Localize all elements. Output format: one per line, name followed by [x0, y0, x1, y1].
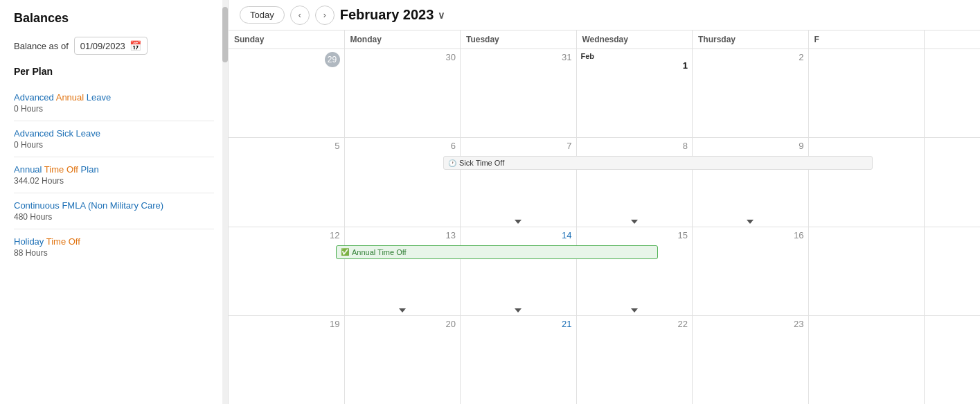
cell-number: 2 — [697, 52, 804, 62]
calendar-row-2: 1213141516✅Annual Time Off — [229, 227, 980, 316]
day-header-monday: Monday — [345, 30, 461, 49]
cal-cell-2-2[interactable]: 14 — [461, 227, 577, 315]
plan-item-cfmla[interactable]: Continuous FMLA (Non Military Care)480 H… — [14, 193, 214, 229]
cal-cell-1-3[interactable]: 8 — [577, 138, 693, 226]
sidebar-title: Balances — [14, 11, 214, 26]
cell-number: 12 — [233, 230, 340, 240]
cell-number: 15 — [581, 230, 688, 240]
feb-label: Feb — [581, 52, 688, 60]
calendar-header: Today ‹ › February 2023 ∨ — [229, 0, 980, 30]
plan-hours: 344.02 Hours — [14, 176, 214, 186]
cal-cell-3-5[interactable] — [809, 316, 925, 404]
cal-cell-0-4[interactable]: 2 — [693, 49, 809, 137]
day-header-extra — [925, 30, 980, 49]
cell-number: 23 — [697, 319, 804, 329]
cal-cell-0-0[interactable]: 29 — [229, 49, 345, 137]
cal-cell-3-3[interactable]: 22 — [577, 316, 693, 404]
cell-number: 1 — [581, 60, 688, 71]
cell-number: 14 — [465, 230, 572, 240]
day-header-thursday: Thursday — [693, 30, 809, 49]
cell-number: 21 — [465, 319, 572, 329]
cal-cell-1-4[interactable]: 9 — [693, 138, 809, 226]
cal-cell-2-5[interactable] — [809, 227, 925, 315]
today-number: 29 — [325, 52, 340, 67]
calendar-area: Today ‹ › February 2023 ∨ Sunday Monday … — [229, 0, 980, 404]
cal-cell-3-1[interactable]: 20 — [345, 316, 461, 404]
cal-cell-1-5[interactable] — [809, 138, 925, 226]
dropdown-arrow[interactable] — [631, 220, 638, 224]
scrollbar-thumb[interactable] — [222, 7, 228, 62]
day-header-sunday: Sunday — [229, 30, 345, 49]
day-header-tuesday: Tuesday — [461, 30, 577, 49]
cell-number: 19 — [233, 319, 340, 329]
cell-number: 16 — [697, 230, 804, 240]
plan-item-holiday[interactable]: Holiday Time Off88 Hours — [14, 229, 214, 265]
plan-hours: 0 Hours — [14, 104, 214, 114]
cal-cell-0-2[interactable]: 31 — [461, 49, 577, 137]
cal-cell-2-0[interactable]: 12 — [229, 227, 345, 315]
plan-name: Annual Time Off Plan — [14, 164, 214, 175]
cal-cell-0-3[interactable]: Feb1 — [577, 49, 693, 137]
today-button[interactable]: Today — [240, 6, 285, 24]
cal-cell-3-4[interactable]: 23 — [693, 316, 809, 404]
scrollbar-track[interactable] — [222, 0, 228, 404]
cell-number: 22 — [581, 319, 688, 329]
cal-cell-3-0[interactable]: 19 — [229, 316, 345, 404]
month-dropdown-chevron: ∨ — [438, 10, 445, 21]
cal-cell-0-5[interactable] — [809, 49, 925, 137]
plan-name: Advanced Sick Leave — [14, 128, 214, 139]
plan-name: Holiday Time Off — [14, 236, 214, 247]
cell-number: 30 — [349, 52, 456, 62]
cal-cell-1-0[interactable]: 5 — [229, 138, 345, 226]
plan-name: Advanced Annual Leave — [14, 92, 214, 103]
dropdown-arrow[interactable] — [515, 308, 522, 313]
cell-number: 20 — [349, 319, 456, 329]
plan-hours: 0 Hours — [14, 140, 214, 150]
cell-number: 9 — [697, 141, 804, 151]
per-plan-title: Per Plan — [14, 66, 214, 77]
plan-hours: 88 Hours — [14, 248, 214, 258]
cell-number: 8 — [581, 141, 688, 151]
calendar-rows: 293031Feb1256789🕐Sick Time Off1213141516… — [229, 49, 980, 404]
day-header-wednesday: Wednesday — [577, 30, 693, 49]
plan-name: Continuous FMLA (Non Military Care) — [14, 200, 214, 211]
cal-cell-2-1[interactable]: 13 — [345, 227, 461, 315]
cal-cell-empty-0-6 — [925, 49, 980, 137]
cal-cell-empty-2-6 — [925, 227, 980, 315]
cal-cell-0-1[interactable]: 30 — [345, 49, 461, 137]
plan-item-annual-top[interactable]: Annual Time Off Plan344.02 Hours — [14, 157, 214, 193]
plan-item-adv-annual[interactable]: Advanced Annual Leave0 Hours — [14, 85, 214, 121]
cal-cell-empty-3-6 — [925, 316, 980, 404]
cal-cell-1-1[interactable]: 6 — [345, 138, 461, 226]
day-header-friday: F — [809, 30, 925, 49]
plan-hours: 480 Hours — [14, 212, 214, 222]
calendar-icon[interactable]: 📅 — [130, 40, 141, 51]
dropdown-arrow[interactable] — [631, 308, 638, 313]
cal-cell-2-4[interactable]: 16 — [693, 227, 809, 315]
dropdown-arrow[interactable] — [747, 220, 754, 224]
cell-number: 31 — [465, 52, 572, 62]
cal-cell-3-2[interactable]: 21 — [461, 316, 577, 404]
dropdown-arrow[interactable] — [515, 220, 522, 224]
cell-number: 13 — [349, 230, 456, 240]
calendar-grid: Sunday Monday Tuesday Wednesday Thursday… — [229, 30, 980, 404]
dropdown-arrow[interactable] — [399, 308, 406, 313]
calendar-row-0: 293031Feb12 — [229, 49, 980, 138]
cell-number: 5 — [233, 141, 340, 151]
prev-month-button[interactable]: ‹ — [290, 6, 310, 25]
cal-cell-1-2[interactable]: 7 — [461, 138, 577, 226]
calendar-row-1: 56789🕐Sick Time Off — [229, 138, 980, 227]
cell-number: 7 — [465, 141, 572, 151]
next-month-button[interactable]: › — [315, 6, 335, 25]
plan-list: Advanced Annual Leave0 HoursAdvanced Sic… — [14, 85, 214, 265]
month-title-text: February 2023 — [340, 7, 434, 23]
cell-number: 6 — [349, 141, 456, 151]
day-headers: Sunday Monday Tuesday Wednesday Thursday… — [229, 30, 980, 49]
plan-item-adv-sick[interactable]: Advanced Sick Leave0 Hours — [14, 121, 214, 157]
balance-date-value: 01/09/2023 — [80, 41, 125, 51]
balance-date-field[interactable]: 01/09/2023 📅 — [74, 37, 148, 55]
balance-label: Balance as of — [14, 41, 69, 51]
calendar-row-3: 1920212223 — [229, 316, 980, 404]
month-title[interactable]: February 2023 ∨ — [340, 7, 445, 23]
cal-cell-2-3[interactable]: 15 — [577, 227, 693, 315]
